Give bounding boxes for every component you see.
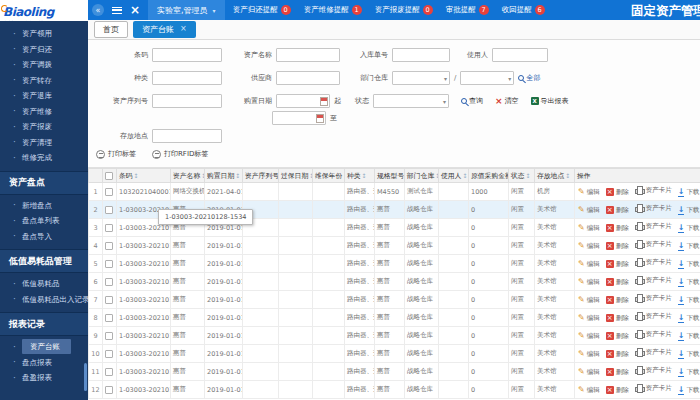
download-action[interactable]: ↓下载 [678, 260, 700, 269]
clear-button[interactable]: × 清空 [495, 96, 519, 106]
sidebar-section-title[interactable]: 资产盘点 [0, 171, 88, 195]
sidebar-item[interactable]: ·盘点报表 [0, 355, 88, 371]
download-action[interactable]: ↓下载 [678, 350, 700, 359]
edit-action[interactable]: ✎编辑 [578, 296, 600, 305]
date-to-input[interactable] [272, 111, 326, 125]
asset-card-action[interactable]: 资产卡片 [635, 330, 672, 339]
edit-action[interactable]: ✎编辑 [578, 278, 600, 287]
warehouse-select[interactable]: ▾ [460, 71, 514, 85]
asset-card-action[interactable]: 资产卡片 [635, 366, 672, 375]
edit-action[interactable]: ✎编辑 [578, 368, 600, 377]
edit-action[interactable]: ✎编辑 [578, 332, 600, 341]
download-action[interactable]: ↓下载 [678, 242, 700, 251]
edit-action[interactable]: ✎编辑 [578, 224, 600, 233]
asset-card-action[interactable]: 资产卡片 [635, 258, 672, 267]
sidebar-item[interactable]: ·盘点单列表 [0, 213, 88, 229]
delete-action[interactable]: ×删除 [606, 224, 629, 233]
edit-action[interactable]: ✎编辑 [578, 260, 600, 269]
column-header[interactable]: 操作 [575, 169, 700, 183]
edit-action[interactable]: ✎编辑 [578, 314, 600, 323]
download-action[interactable]: ↓下载 [678, 314, 700, 323]
collapse-icon[interactable]: « [92, 4, 104, 16]
download-action[interactable]: ↓下载 [678, 368, 700, 377]
close-icon[interactable]: × [130, 4, 140, 16]
edit-action[interactable]: ✎编辑 [578, 188, 600, 197]
print-rfid-button[interactable]: 打印RFID标签 [152, 149, 208, 159]
tab-asset-ledger[interactable]: 资产台账 × [133, 21, 196, 38]
tab-close-icon[interactable]: × [180, 25, 187, 33]
row-checkbox[interactable] [105, 206, 113, 214]
sidebar-item[interactable]: ·盘盈报表 [0, 370, 88, 386]
sidebar-section-title[interactable]: 报表记录 [0, 312, 88, 336]
download-action[interactable]: ↓下载 [678, 332, 700, 341]
row-checkbox[interactable] [105, 260, 113, 268]
calendar-icon[interactable] [320, 97, 328, 106]
download-action[interactable]: ↓下载 [678, 386, 700, 395]
calendar-icon[interactable] [316, 114, 324, 123]
topbar-notice[interactable]: 审批提醒7 [446, 5, 489, 15]
dept-select[interactable]: ▾ [392, 71, 450, 85]
edit-action[interactable]: ✎编辑 [578, 242, 600, 251]
edit-action[interactable]: ✎编辑 [578, 350, 600, 359]
asset-card-action[interactable]: 资产卡片 [635, 240, 672, 249]
edit-action[interactable]: ✎编辑 [578, 386, 600, 395]
sidebar-item[interactable]: ·新增盘点 [0, 198, 88, 214]
sidebar-item[interactable]: ·资产领用 [0, 26, 88, 42]
sidebar-item[interactable]: ·低值易耗品 [0, 276, 88, 292]
column-header[interactable]: 资产序列号 [243, 169, 279, 183]
all-link[interactable]: 全部 [518, 73, 540, 83]
topbar-notice[interactable]: 资产维修提醒1 [304, 5, 362, 15]
row-checkbox[interactable] [105, 296, 113, 304]
download-action[interactable]: ↓下载 [678, 296, 700, 305]
delete-action[interactable]: ×删除 [606, 206, 629, 215]
delete-action[interactable]: ×删除 [606, 278, 629, 287]
asset-name-input[interactable] [276, 48, 340, 62]
column-header[interactable]: 部门仓库↕ [405, 169, 439, 183]
edit-action[interactable]: ✎编辑 [578, 206, 600, 215]
column-header[interactable]: 原值采购金额↕ [469, 169, 509, 183]
download-action[interactable]: ↓下载 [678, 224, 700, 233]
asset-card-action[interactable]: 资产卡片 [635, 294, 672, 303]
download-action[interactable]: ↓下载 [678, 188, 700, 197]
delete-action[interactable]: ×删除 [606, 188, 629, 197]
delete-action[interactable]: ×删除 [606, 242, 629, 251]
user-input[interactable] [492, 48, 548, 62]
row-checkbox[interactable] [105, 188, 113, 196]
sidebar-item[interactable]: ·维修完成 [0, 150, 88, 166]
column-header[interactable]: 条码↕ [117, 169, 171, 183]
asset-card-action[interactable]: 资产卡片 [635, 204, 672, 213]
column-header[interactable]: 使用人↕ [439, 169, 469, 183]
column-header[interactable]: 规格型号↕ [375, 169, 405, 183]
supplier-input[interactable] [276, 71, 340, 85]
asset-card-action[interactable]: 资产卡片 [635, 312, 672, 321]
asset-card-action[interactable]: 资产卡片 [635, 186, 672, 195]
serial-input[interactable] [152, 94, 222, 108]
sidebar-scrollbar[interactable] [84, 363, 87, 391]
delete-action[interactable]: ×删除 [606, 350, 629, 359]
sidebar-item[interactable]: ·盘点导入 [0, 229, 88, 245]
delete-action[interactable]: ×删除 [606, 296, 629, 305]
inbound-no-input[interactable] [392, 48, 450, 62]
sidebar-item[interactable]: ·资产报废 [0, 119, 88, 135]
topbar-notice[interactable]: 资产报废提醒0 [375, 5, 433, 15]
query-button[interactable]: 查询 [461, 96, 483, 106]
asset-card-action[interactable]: 资产卡片 [635, 276, 672, 285]
row-checkbox[interactable] [105, 278, 113, 286]
sidebar-item[interactable]: ·资产台账 [0, 339, 88, 355]
row-checkbox[interactable] [105, 350, 113, 358]
column-header[interactable]: 维保年份↕ [313, 169, 345, 183]
sidebar-item[interactable]: ·资产调拨 [0, 57, 88, 73]
date-from-input[interactable] [276, 94, 330, 108]
sidebar-item[interactable]: ·资产转存 [0, 73, 88, 89]
asset-card-action[interactable]: 资产卡片 [635, 222, 672, 231]
sidebar-item[interactable]: ·低值易耗品出入记录 [0, 292, 88, 308]
delete-action[interactable]: ×删除 [606, 386, 629, 395]
download-action[interactable]: ↓下载 [678, 278, 700, 287]
sidebar-item[interactable]: ·资产归还 [0, 42, 88, 58]
tab-home[interactable]: 首页 [94, 21, 128, 38]
row-checkbox[interactable] [105, 224, 113, 232]
column-header[interactable]: 过保日期↕ [279, 169, 313, 183]
column-header[interactable]: 状态↕ [509, 169, 535, 183]
column-header[interactable]: 存放地点↕ [535, 169, 575, 183]
sidebar-item[interactable]: ·资产维修 [0, 104, 88, 120]
